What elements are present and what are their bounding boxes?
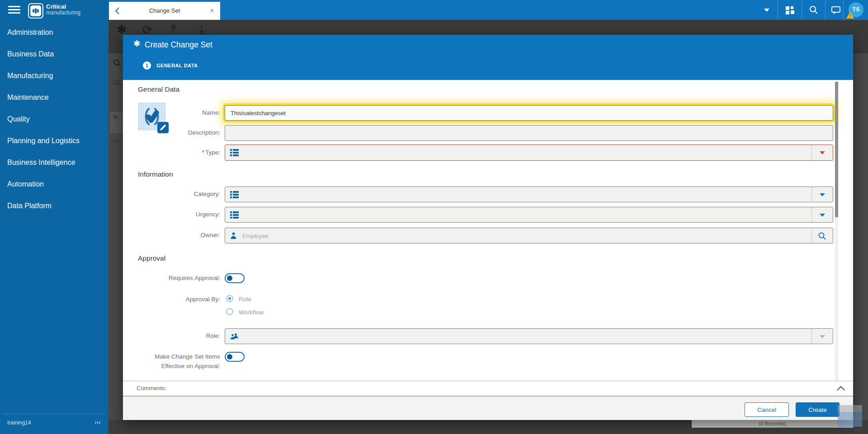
top-bar: Critical manufacturing Change Set ×	[0, 0, 868, 20]
requires-approval-toggle[interactable]	[225, 273, 245, 283]
warning-icon	[846, 12, 854, 19]
requires-approval-label: Requires Approval:	[123, 275, 220, 281]
sidebar-item-manufacturing[interactable]: Manufacturing	[0, 65, 108, 87]
make-effective-toggle[interactable]	[225, 352, 245, 362]
brand-logo-icon	[28, 3, 43, 19]
cancel-button[interactable]: Cancel	[745, 402, 789, 417]
radio-selected-dot	[228, 297, 231, 300]
hamburger-bar	[8, 12, 20, 14]
owner-input[interactable]	[241, 230, 804, 242]
chevron-up-icon[interactable]	[835, 384, 846, 393]
dialog-scrollbar-thumb[interactable]	[835, 82, 838, 217]
change-set-asterisk-icon: ✱	[133, 38, 141, 49]
create-button[interactable]: Create	[796, 402, 840, 417]
urgency-dropdown-button[interactable]	[811, 207, 833, 222]
hamburger-bar	[8, 9, 20, 10]
chevron-down-icon	[820, 151, 825, 154]
comments-label: Comments:	[137, 385, 166, 392]
owner-picker[interactable]	[225, 228, 833, 243]
sidebar-item-data-platform[interactable]: Data Platform	[0, 195, 108, 217]
name-label: Name:	[123, 109, 220, 116]
wizard-step-number[interactable]: 1	[143, 61, 151, 70]
connection-signal-icon	[94, 419, 101, 426]
radio-workflow-label[interactable]: Workflow	[239, 309, 264, 316]
tab-list-dropdown-icon[interactable]	[764, 9, 769, 12]
sidebar-item-business-data[interactable]: Business Data	[0, 43, 108, 65]
category-select[interactable]	[225, 187, 833, 202]
search-icon	[818, 232, 826, 240]
create-change-set-dialog: ✱ Create Change Set 1 GENERAL DATA Gener…	[123, 35, 853, 420]
radio-role[interactable]	[226, 295, 233, 302]
feedback-chat-icon[interactable]	[831, 5, 841, 15]
radio-workflow[interactable]	[226, 308, 233, 315]
apps-grid-icon[interactable]	[785, 5, 795, 15]
sidebar-item-planning-logistics[interactable]: Planning and Logistics	[0, 130, 108, 152]
toggle-knob	[227, 354, 232, 359]
brand-name-line1: Critical	[46, 4, 66, 9]
toolbar-partial-label: N	[116, 38, 119, 42]
wizard-step-label[interactable]: GENERAL DATA	[156, 63, 198, 68]
sidebar-item-automation[interactable]: Automation	[0, 173, 108, 195]
logo-bar	[35, 8, 37, 14]
sidebar-footer: training14	[4, 414, 105, 434]
chevron-down-icon	[820, 214, 825, 217]
tab-close-icon[interactable]: ×	[208, 6, 217, 15]
description-label: Description:	[123, 129, 220, 136]
hamburger-menu-icon[interactable]	[0, 6, 27, 15]
section-heading-general-data: General Data	[138, 85, 179, 93]
type-select[interactable]	[225, 145, 833, 161]
owner-label: Owner:	[123, 232, 220, 238]
list-icon	[230, 149, 239, 156]
owner-search-button[interactable]	[811, 228, 833, 243]
required-marker: *	[202, 149, 204, 156]
category-label: Category:	[123, 191, 220, 197]
description-input[interactable]	[225, 125, 833, 141]
brand-name-line2: manufacturing	[46, 10, 80, 15]
environment-name: training14	[7, 420, 31, 426]
comments-bar: Comments:	[123, 381, 853, 396]
list-icon	[230, 191, 239, 198]
role-select[interactable]	[225, 328, 833, 344]
application-window: Critical manufacturing Change Set ×	[0, 0, 868, 434]
topbar-separator	[825, 0, 826, 20]
make-effective-label-line1: Make Change Set Items	[123, 353, 220, 360]
hamburger-bar	[8, 6, 20, 7]
type-dropdown-button[interactable]	[811, 145, 833, 160]
search-icon[interactable]	[809, 5, 819, 15]
list-icon	[230, 211, 239, 219]
category-dropdown-button[interactable]	[811, 187, 833, 202]
urgency-select[interactable]	[225, 207, 833, 223]
chevron-down-icon	[820, 193, 825, 196]
sidebar-item-administration[interactable]: Administration	[0, 22, 108, 43]
topbar-separator	[802, 0, 802, 20]
logo-bar	[37, 9, 39, 13]
records-count: (0 Records)	[692, 420, 853, 428]
dialog-footer: Cancel Create	[123, 396, 853, 420]
cursor-artifact	[838, 405, 862, 427]
topbar-separator	[843, 0, 844, 20]
sidebar-item-maintenance[interactable]: Maintenance	[0, 87, 108, 108]
people-icon	[230, 333, 239, 340]
background-details-partial-text: DE	[113, 79, 121, 86]
background-row-partial-text: Na	[111, 137, 119, 144]
sidebar-nav: Administration Business Data Manufacturi…	[0, 20, 108, 434]
logo-bar	[33, 9, 34, 13]
background-column-partial-text: N	[110, 112, 123, 133]
role-label: Role:	[123, 332, 220, 339]
section-heading-information: Information	[138, 170, 173, 178]
radio-role-label[interactable]: Role	[239, 296, 251, 303]
approval-by-label: Approval By:	[123, 296, 220, 303]
type-label: *Type:	[123, 149, 220, 156]
background-search-icon	[113, 59, 122, 68]
name-input[interactable]	[225, 105, 833, 121]
sidebar-header: Critical manufacturing	[0, 0, 108, 20]
make-effective-label-line2: Effective on Approval:	[123, 363, 220, 369]
tab-change-set[interactable]: Change Set ×	[109, 2, 220, 20]
sidebar-item-business-intelligence[interactable]: Business Intelligence	[0, 152, 108, 173]
toggle-knob	[227, 275, 232, 281]
sidebar-item-quality[interactable]: Quality	[0, 108, 108, 130]
section-heading-approval: Approval	[138, 254, 165, 262]
role-dropdown-button[interactable]	[811, 329, 833, 344]
brand-logo-inner	[30, 5, 41, 16]
urgency-label: Urgency:	[123, 211, 220, 218]
